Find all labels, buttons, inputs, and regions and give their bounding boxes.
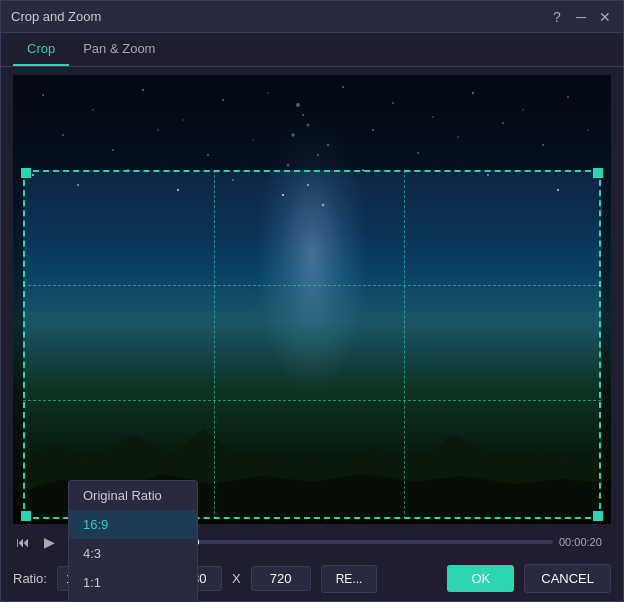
crop-overlay [13, 75, 611, 524]
crop-grid-v1 [214, 170, 215, 519]
reset-button[interactable]: RE... [321, 565, 378, 593]
close-button[interactable]: ✕ [597, 9, 613, 25]
title-bar: Crop and Zoom ? ─ ✕ [1, 1, 623, 33]
dropdown-item-original[interactable]: Original Ratio [69, 481, 197, 510]
main-window: Crop and Zoom ? ─ ✕ Crop Pan & Zoom [0, 0, 624, 602]
skip-back-button[interactable]: ⏮ [13, 532, 33, 552]
minimize-button[interactable]: ─ [573, 9, 589, 25]
window-title: Crop and Zoom [11, 9, 101, 24]
tab-crop[interactable]: Crop [13, 33, 69, 66]
title-controls: ? ─ ✕ [549, 9, 613, 25]
crop-mask-right [601, 170, 611, 519]
ok-button[interactable]: OK [447, 565, 514, 592]
size-separator: X [232, 571, 241, 586]
dropdown-item-9-16[interactable]: 9:16 [69, 597, 197, 602]
dropdown-item-4-3[interactable]: 4:3 [69, 539, 197, 568]
crop-mask-left [13, 170, 23, 519]
ratio-dropdown-menu: Original Ratio 16:9 4:3 1:1 9:16 Custom [68, 480, 198, 602]
crop-handle-br[interactable] [593, 511, 603, 521]
play-button[interactable]: ▶ [39, 532, 59, 552]
dropdown-item-16-9[interactable]: 16:9 [69, 510, 197, 539]
video-area [13, 75, 611, 524]
height-input[interactable] [251, 566, 311, 591]
crop-handle-bl[interactable] [21, 511, 31, 521]
timeline-track[interactable] [175, 540, 553, 544]
ratio-label: Ratio: [13, 571, 47, 586]
crop-grid-h2 [23, 400, 601, 401]
dropdown-item-1-1[interactable]: 1:1 [69, 568, 197, 597]
time-total: 00:00:20 [559, 536, 611, 548]
tab-bar: Crop Pan & Zoom [1, 33, 623, 67]
crop-grid-v2 [404, 170, 405, 519]
help-button[interactable]: ? [549, 9, 565, 25]
crop-handle-tr[interactable] [593, 168, 603, 178]
crop-mask-top [13, 75, 611, 170]
video-frame [13, 75, 611, 524]
crop-grid-h1 [23, 285, 601, 286]
crop-handle-tl[interactable] [21, 168, 31, 178]
tab-pan-zoom[interactable]: Pan & Zoom [69, 33, 169, 66]
crop-border [23, 170, 601, 519]
cancel-button[interactable]: CANCEL [524, 564, 611, 593]
